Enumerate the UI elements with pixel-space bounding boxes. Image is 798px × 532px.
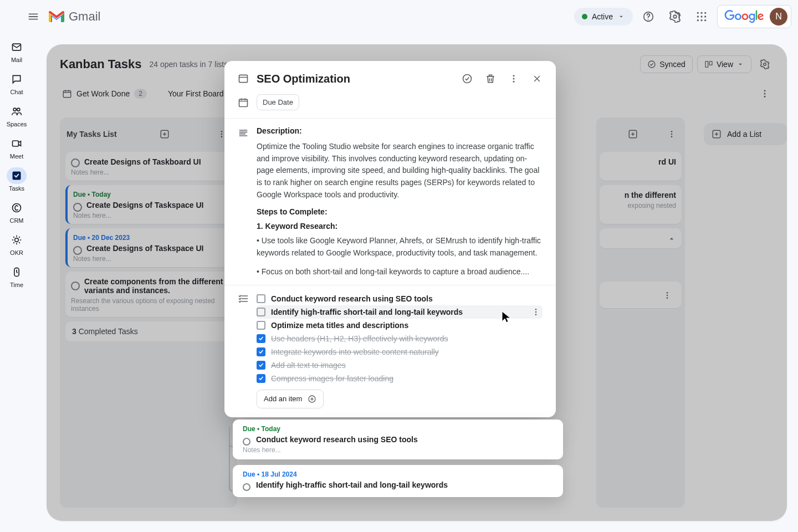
checklist-item[interactable]: Add alt text to images <box>257 359 543 372</box>
chat-icon <box>7 71 27 88</box>
subtask-title: Identify high-traffic short-tail and lon… <box>243 480 555 489</box>
svg-point-42 <box>513 75 515 76</box>
svg-rect-40 <box>239 75 248 82</box>
checkbox[interactable] <box>257 308 265 316</box>
rail-tasks[interactable]: Tasks <box>0 164 33 195</box>
okr-icon <box>7 232 27 248</box>
rail-label: Meet <box>10 153 23 160</box>
mark-done-button[interactable] <box>457 69 477 89</box>
time-icon <box>7 264 27 280</box>
description-body: Optimize the Tooling Studio website for … <box>257 141 543 201</box>
calendar-icon <box>238 97 249 108</box>
step-bullet: • Use tools like Google Keyword Planner,… <box>257 235 543 259</box>
spaces-icon <box>7 103 27 120</box>
rail-chat[interactable]: Chat <box>0 68 33 99</box>
close-button[interactable] <box>527 69 547 89</box>
presence-chip[interactable]: Active <box>574 8 633 25</box>
svg-point-17 <box>13 204 21 212</box>
rail-crm[interactable]: CRM <box>0 196 33 227</box>
account-chip[interactable]: N <box>717 5 791 28</box>
steps-label: Steps to Complete: <box>257 207 543 216</box>
rail-okr[interactable]: OKR <box>0 228 33 259</box>
task-complete-toggle[interactable] <box>243 483 250 491</box>
task-complete-toggle[interactable] <box>243 438 250 446</box>
rail-time[interactable]: Time <box>0 260 33 291</box>
presence-dot-icon <box>582 14 587 19</box>
checklist-label: Use headers (H1, H2, H3) effectively wit… <box>271 334 448 343</box>
presence-label: Active <box>592 12 613 21</box>
subtask-due: Due • 18 Jul 2024 <box>243 470 555 478</box>
svg-point-13 <box>13 108 16 111</box>
checklist-item[interactable]: Integrate keywords into website content … <box>257 345 543 359</box>
checkbox[interactable] <box>257 374 265 383</box>
subtask-title: Conduct keyword research using SEO tools <box>243 435 555 444</box>
rail-label: Time <box>10 282 23 288</box>
subtask-notes: Notes here... <box>243 446 555 454</box>
checklist-item[interactable]: Optimize meta titles and descriptions <box>257 319 543 332</box>
apps-button[interactable] <box>690 6 713 28</box>
svg-point-6 <box>697 16 699 17</box>
rail-spaces[interactable]: Spaces <box>0 100 33 131</box>
svg-rect-45 <box>239 99 248 106</box>
checkbox[interactable] <box>257 347 265 356</box>
checklist-item[interactable]: Compress images for faster loading <box>257 372 543 385</box>
svg-point-43 <box>513 78 515 80</box>
rail-label: Chat <box>10 89 23 95</box>
rail-meet[interactable]: Meet <box>0 132 33 163</box>
svg-point-11 <box>704 19 706 21</box>
checkbox[interactable] <box>257 361 265 370</box>
card-icon <box>238 73 249 84</box>
svg-rect-15 <box>13 141 19 146</box>
add-checklist-item-button[interactable]: Add an item <box>257 390 324 408</box>
svg-point-18 <box>15 238 19 242</box>
chevron-down-icon <box>617 13 625 21</box>
subtask-card[interactable]: Due • Today Conduct keyword research usi… <box>233 420 563 459</box>
checklist-label: Add alt text to images <box>271 361 346 370</box>
checklist-label: Optimize meta titles and descriptions <box>271 321 408 330</box>
checklist-label: Compress images for faster loading <box>271 374 393 383</box>
settings-button[interactable] <box>664 6 686 28</box>
checklist-item-more-button[interactable] <box>531 308 540 316</box>
checklist-label: Identify high-traffic short-tail and lon… <box>271 308 463 316</box>
delete-button[interactable] <box>480 69 500 89</box>
checklist-item[interactable]: Conduct keyword research using SEO tools <box>257 292 543 305</box>
due-date-chip[interactable]: Due Date <box>257 94 299 110</box>
task-detail-dialog: SEO Optimization Due Date Descri <box>224 61 556 417</box>
left-rail: Mail Chat Spaces Meet Tasks CRM OKR Time <box>0 33 33 532</box>
checklist-item[interactable]: Use headers (H1, H2, H3) effectively wit… <box>257 332 543 345</box>
description-icon <box>238 127 249 280</box>
plus-circle-icon <box>308 395 316 403</box>
rail-label: OKR <box>10 249 23 256</box>
checkbox[interactable] <box>257 321 265 330</box>
svg-point-2 <box>673 15 677 18</box>
svg-point-5 <box>704 12 706 14</box>
description-label: Description: <box>257 126 543 135</box>
checklist-label: Conduct keyword research using SEO tools <box>271 294 433 303</box>
meet-icon <box>7 135 27 152</box>
svg-point-1 <box>648 19 649 20</box>
avatar: N <box>770 8 787 25</box>
dialog-more-button[interactable] <box>504 69 524 89</box>
help-button[interactable] <box>637 6 659 28</box>
rail-label: CRM <box>9 217 23 224</box>
rail-mail[interactable]: Mail <box>0 35 33 66</box>
checkbox[interactable] <box>257 334 265 343</box>
svg-point-44 <box>513 81 515 83</box>
subtask-card[interactable]: Due • 18 Jul 2024 Identify high-traffic … <box>233 465 563 497</box>
svg-point-10 <box>700 19 702 21</box>
subtask-due: Due • Today <box>243 425 555 433</box>
add-item-label: Add an item <box>264 395 302 403</box>
main-menu-button[interactable] <box>21 4 45 29</box>
checklist-item[interactable]: Identify high-traffic short-tail and lon… <box>257 305 543 319</box>
svg-point-47 <box>535 311 537 313</box>
tasks-icon <box>7 167 27 184</box>
svg-point-41 <box>463 75 472 83</box>
rail-label: Spaces <box>7 121 27 127</box>
dialog-title: SEO Optimization <box>257 73 350 85</box>
svg-point-4 <box>700 12 702 14</box>
gmail-logo-icon <box>48 10 65 23</box>
checkbox[interactable] <box>257 294 265 303</box>
floating-subtask-cards: Due • Today Conduct keyword research usi… <box>233 420 563 503</box>
svg-point-8 <box>704 16 706 17</box>
crm-icon <box>7 200 27 216</box>
